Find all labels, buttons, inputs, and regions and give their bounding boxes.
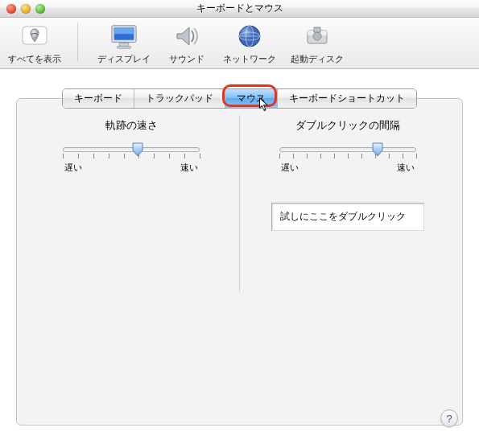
double-click-slider[interactable]: 遅い 速い xyxy=(279,147,416,174)
tab-trackpad[interactable]: トラックパッド xyxy=(134,89,225,108)
content-area: キーボード トラックパッド マウス キーボードショートカット 軌跡の速さ xyxy=(0,69,479,448)
minimize-button[interactable] xyxy=(21,4,31,14)
svg-point-13 xyxy=(313,32,321,40)
tab-bar: キーボード トラックパッド マウス キーボードショートカット xyxy=(0,88,479,109)
toolbar-item-sound[interactable]: サウンド xyxy=(165,23,209,65)
svg-rect-14 xyxy=(314,27,320,32)
help-button[interactable]: ? xyxy=(440,409,458,427)
startup-disk-icon xyxy=(303,23,332,50)
settings-panel: 軌跡の速さ 遅い 速い ダブルクリックの間隔 xyxy=(16,98,463,425)
tracking-speed-title: 軌跡の速さ xyxy=(105,118,158,133)
tracking-speed-slider[interactable]: 遅い 速い xyxy=(63,147,200,174)
window-titlebar: キーボードとマウス xyxy=(0,0,479,18)
toolbar-item-display[interactable]: ディスプレイ xyxy=(97,23,151,65)
show-all-label: すべてを表示 xyxy=(8,53,61,65)
vertical-separator xyxy=(239,115,240,292)
traffic-lights xyxy=(6,4,45,14)
slider-fast-label: 速い xyxy=(180,162,198,174)
window-title: キーボードとマウス xyxy=(196,2,283,15)
zoom-button[interactable] xyxy=(35,4,45,14)
slider-slow-label: 遅い xyxy=(64,162,82,174)
tab-keyboard[interactable]: キーボード xyxy=(63,89,134,108)
toolbar-item-label: ネットワーク xyxy=(223,53,276,65)
toolbar-item-label: サウンド xyxy=(169,53,204,65)
toolbar: すべてを表示 ディスプレイ サウンド xyxy=(0,18,479,69)
show-all-button[interactable]: すべてを表示 xyxy=(8,23,61,65)
tab-mouse[interactable]: マウス xyxy=(225,89,278,108)
toolbar-item-label: 起動ディスク xyxy=(291,53,344,65)
slider-slow-label: 遅い xyxy=(281,162,299,174)
svg-rect-4 xyxy=(119,43,128,47)
double-click-title: ダブルクリックの間隔 xyxy=(295,118,400,133)
show-all-icon xyxy=(20,23,49,50)
toolbar-item-label: ディスプレイ xyxy=(97,53,151,65)
tracking-speed-group: 軌跡の速さ 遅い 速い xyxy=(28,110,234,413)
toolbar-item-network[interactable]: ネットワーク xyxy=(223,23,276,65)
slider-fast-label: 速い xyxy=(397,162,415,174)
segmented-control: キーボード トラックパッド マウス キーボードショートカット xyxy=(62,88,417,109)
close-button[interactable] xyxy=(6,4,16,14)
network-icon xyxy=(235,23,264,50)
svg-rect-5 xyxy=(117,46,130,48)
sound-icon xyxy=(172,23,201,50)
toolbar-item-startup-disk[interactable]: 起動ディスク xyxy=(291,23,344,65)
double-click-test-area[interactable]: 試しにここをダブルクリック xyxy=(271,203,424,231)
display-icon xyxy=(109,23,138,50)
tab-shortcuts[interactable]: キーボードショートカット xyxy=(278,89,416,108)
toolbar-separator xyxy=(77,23,78,61)
double-click-group: ダブルクリックの間隔 遅い 速い 試しにここをダブルクリック xyxy=(245,110,451,413)
svg-rect-3 xyxy=(114,28,134,35)
